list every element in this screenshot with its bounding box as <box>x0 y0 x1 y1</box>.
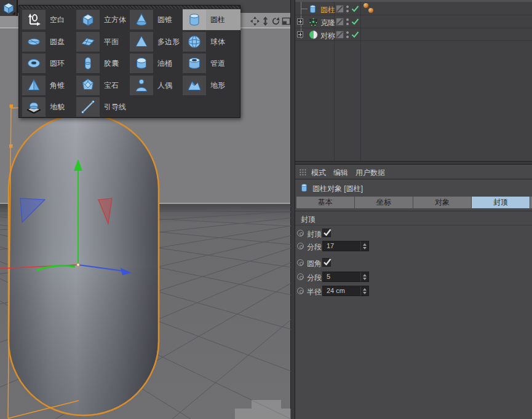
visibility-dots[interactable] <box>346 6 349 13</box>
fillet-checkbox[interactable] <box>322 258 331 267</box>
disc-icon <box>26 34 42 50</box>
cube-icon <box>80 12 96 28</box>
object-tag-icon[interactable] <box>363 3 368 8</box>
prop-row-cap-segments: 分段 17 <box>295 241 532 252</box>
expand-toggle[interactable] <box>297 18 303 25</box>
keyframe-circle-icon[interactable] <box>297 259 304 266</box>
object-manager-scroll-strip[interactable] <box>295 0 532 2</box>
object-name[interactable]: 克隆 <box>320 18 335 28</box>
caps-checkbox[interactable] <box>322 229 331 237</box>
menu-user-data[interactable]: 用户数据 <box>355 168 385 178</box>
panel-divider[interactable] <box>290 0 295 419</box>
tab-object[interactable]: 对象 <box>413 197 471 208</box>
right-panel: 圆柱 克隆 <box>295 0 532 419</box>
menu-item-tube[interactable]: 管道 <box>183 53 236 74</box>
pyramid-icon <box>26 77 42 93</box>
relief-icon <box>26 99 42 115</box>
section-header-caps[interactable]: 封顶 <box>301 214 316 225</box>
tab-coordinates[interactable]: 坐标 <box>355 197 413 208</box>
prop-row-fillet: 圆角 <box>295 257 532 268</box>
oil-tank-icon <box>133 55 149 71</box>
cap-segments-input[interactable]: 17 <box>322 241 369 251</box>
attribute-tabs: 基本 坐标 对象 封顶 <box>296 197 532 208</box>
check-icon <box>323 258 332 266</box>
menu-item-oil-tank[interactable]: 油桶 <box>130 53 183 74</box>
cylinder-icon <box>186 12 202 28</box>
menu-item-figure[interactable]: 人偶 <box>130 75 183 96</box>
rotate-view-icon[interactable] <box>271 17 280 26</box>
fillet-radius-input[interactable]: 24 cm <box>322 286 369 296</box>
menu-item-gem[interactable]: 宝石 <box>76 75 129 96</box>
prop-row-caps: 封顶 <box>295 228 532 239</box>
tab-caps[interactable]: 封顶 <box>472 197 530 208</box>
spinner-arrows[interactable] <box>360 286 368 296</box>
object-row-cloner[interactable]: 克隆 <box>295 15 532 28</box>
maximize-view-icon[interactable] <box>282 17 291 26</box>
check-icon <box>323 229 332 237</box>
visibility-dots[interactable] <box>346 18 349 26</box>
object-row-symmetry[interactable]: 对称 <box>295 28 532 41</box>
enabled-check-icon[interactable] <box>351 5 359 13</box>
gem-icon <box>80 77 96 93</box>
object-row-cylinder[interactable]: 圆柱 <box>295 2 532 15</box>
keyframe-circle-icon[interactable] <box>297 243 304 249</box>
keyframe-circle-icon[interactable] <box>297 230 304 237</box>
spinner-arrows[interactable] <box>360 272 368 281</box>
symmetry-icon <box>309 30 318 39</box>
menu-item-disc[interactable]: 圆盘 <box>22 31 75 52</box>
menu-item-relief[interactable]: 地貌 <box>22 96 75 117</box>
layer-swatch-icon[interactable] <box>336 5 344 13</box>
keyframe-circle-icon[interactable] <box>297 273 304 280</box>
selection-outline <box>9 114 159 415</box>
guide-icon <box>80 99 96 115</box>
panel-grip-icon[interactable] <box>300 169 307 176</box>
tab-basic[interactable]: 基本 <box>296 197 354 208</box>
object-name[interactable]: 圆柱 <box>320 5 335 15</box>
primitives-dropdown-menu: 空白 圆盘 圆环 角锥 地貌 <box>18 5 240 118</box>
object-name[interactable]: 对称 <box>320 31 335 41</box>
attribute-manager-menubar: 模式 编辑 用户数据 <box>295 165 532 179</box>
menu-item-pyramid[interactable]: 角锥 <box>22 75 75 96</box>
expand-toggle[interactable] <box>297 31 303 37</box>
menu-tearoff-strip[interactable] <box>19 6 240 9</box>
menu-item-capsule[interactable]: 胶囊 <box>76 53 129 74</box>
attribute-title: 圆柱对象 [圆柱] <box>312 184 363 194</box>
menu-item-polygon[interactable]: 多边形 <box>130 31 183 52</box>
prop-row-fillet-segments: 分段 5 <box>295 272 532 283</box>
menu-item-null[interactable]: 空白 <box>22 9 75 30</box>
tube-icon <box>186 55 202 71</box>
attribute-manager: 模式 编辑 用户数据 圆柱对象 [圆柱] 基本 坐标 对象 封顶 封顶 封顶 <box>295 165 532 419</box>
menu-item-cone[interactable]: 圆锥 <box>130 9 183 30</box>
menu-item-plane[interactable]: 平面 <box>76 31 129 52</box>
enabled-check-icon[interactable] <box>351 18 359 26</box>
menu-edit[interactable]: 编辑 <box>333 168 348 178</box>
enabled-check-icon[interactable] <box>351 31 359 39</box>
capsule-object[interactable] <box>5 112 162 419</box>
cylinder-icon <box>300 183 308 193</box>
sphere-icon <box>186 34 202 50</box>
layer-swatch-icon[interactable] <box>336 18 344 26</box>
plane-icon <box>80 34 96 50</box>
keyframe-circle-icon[interactable] <box>297 288 304 294</box>
torus-icon <box>26 55 42 71</box>
object-manager: 圆柱 克隆 <box>295 0 532 161</box>
dropdown-corner-triangle <box>12 12 15 15</box>
cube-primitive-toolbar-button[interactable] <box>0 0 18 16</box>
zoom-view-icon[interactable] <box>261 17 270 26</box>
menu-mode[interactable]: 模式 <box>311 168 326 178</box>
layer-swatch-icon[interactable] <box>336 31 344 39</box>
menu-item-sphere[interactable]: 球体 <box>183 31 236 52</box>
menu-item-cylinder[interactable]: 圆柱 <box>183 9 240 30</box>
spinner-arrows[interactable] <box>360 241 368 251</box>
polygon-icon <box>133 34 149 50</box>
visibility-dots[interactable] <box>346 31 349 39</box>
menu-item-torus[interactable]: 圆环 <box>22 53 75 74</box>
null-icon <box>26 12 42 28</box>
object-tag-icon[interactable] <box>368 8 373 13</box>
fillet-segments-input[interactable]: 5 <box>322 272 369 282</box>
pan-view-icon[interactable] <box>250 17 260 26</box>
menu-item-cube[interactable]: 立方体 <box>76 9 129 30</box>
menu-item-guide[interactable]: 引导线 <box>76 96 129 117</box>
menu-item-landscape[interactable]: 地形 <box>183 75 236 96</box>
cone-icon <box>133 12 149 28</box>
